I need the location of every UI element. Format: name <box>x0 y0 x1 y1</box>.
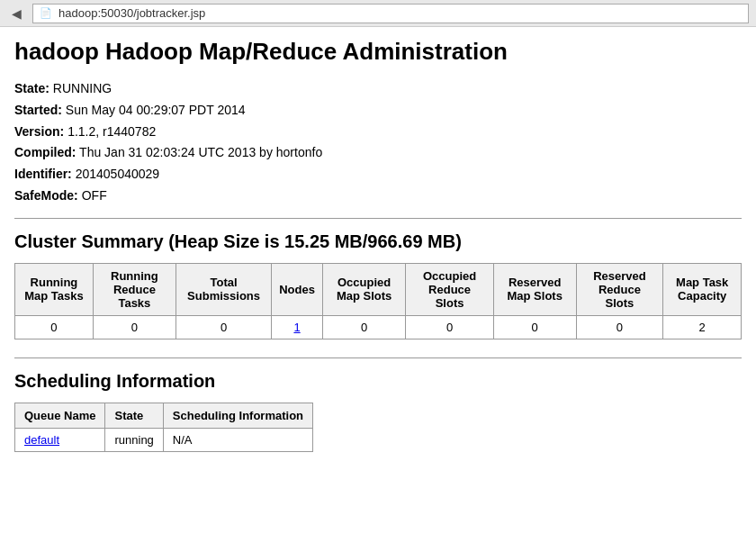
cell-queue-name: default <box>15 428 105 451</box>
version-value: 1.1.2, r1440782 <box>68 124 156 139</box>
col-total-submissions: Total Submissions <box>176 263 271 315</box>
col-scheduling-info: Scheduling Information <box>163 403 312 428</box>
col-state: State <box>105 403 163 428</box>
cell-total-submissions: 0 <box>176 315 271 339</box>
queue-link[interactable]: default <box>24 433 59 447</box>
col-occupied-reduce: Occupied Reduce Slots <box>406 263 494 315</box>
state-value: RUNNING <box>53 81 112 95</box>
compiled-row: Compiled: Thu Jan 31 02:03:24 UTC 2013 b… <box>14 142 742 164</box>
scheduling-table: Queue Name State Scheduling Information … <box>14 403 313 452</box>
version-label: Version: <box>14 124 64 139</box>
meta-info: State: RUNNING Started: Sun May 04 00:29… <box>14 78 742 207</box>
col-map-task-capacity: Map Task Capacity <box>663 263 742 315</box>
started-value: Sun May 04 00:29:07 PDT 2014 <box>66 103 246 117</box>
identifier-value: 201405040029 <box>76 167 159 181</box>
divider-1 <box>14 218 742 219</box>
col-occupied-map: Occupied Map Slots <box>322 263 405 315</box>
safemode-value: OFF <box>82 188 107 203</box>
scheduling-heading: Scheduling Information <box>14 371 742 392</box>
compiled-value: Thu Jan 31 02:03:24 UTC 2013 by hortonfo <box>79 145 322 159</box>
state-label: State: <box>14 81 50 95</box>
divider-2 <box>14 358 742 358</box>
started-row: Started: Sun May 04 00:29:07 PDT 2014 <box>14 100 742 122</box>
page-content: hadoop Hadoop Map/Reduce Administration … <box>0 27 756 463</box>
state-row: State: RUNNING <box>14 78 742 100</box>
cluster-table-header-row: Running Map Tasks Running Reduce Tasks T… <box>15 263 742 315</box>
browser-chrome: ◀ 📄 hadoop:50030/jobtracker.jsp <box>0 0 756 27</box>
back-button[interactable]: ◀ <box>7 5 25 23</box>
url-text: hadoop:50030/jobtracker.jsp <box>58 6 205 20</box>
col-running-reduce: Running Reduce Tasks <box>93 263 176 315</box>
scheduling-section: Scheduling Information Queue Name State … <box>14 371 742 452</box>
safemode-label: SafeMode: <box>14 188 78 203</box>
identifier-label: Identifier: <box>14 167 72 181</box>
cell-running-reduce: 0 <box>93 315 176 339</box>
compiled-label: Compiled: <box>14 145 76 159</box>
cell-running-map: 0 <box>15 315 94 339</box>
version-row: Version: 1.1.2, r1440782 <box>14 122 742 143</box>
scheduling-data-row: default running N/A <box>15 428 313 451</box>
col-reserved-reduce: Reserved Reduce Slots <box>576 263 663 315</box>
page-title: hadoop Hadoop Map/Reduce Administration <box>14 38 742 66</box>
col-reserved-map: Reserved Map Slots <box>493 263 576 315</box>
cell-occupied-reduce: 0 <box>406 315 494 339</box>
page-icon: 📄 <box>39 6 53 21</box>
cell-reserved-reduce: 0 <box>576 315 663 339</box>
cell-occupied-map: 0 <box>322 315 405 339</box>
cluster-data-row: 0 0 0 1 0 0 0 0 2 <box>15 315 742 339</box>
identifier-row: Identifier: 201405040029 <box>14 164 742 186</box>
nodes-link[interactable]: 1 <box>293 321 300 334</box>
col-running-map: Running Map Tasks <box>15 263 94 315</box>
started-label: Started: <box>14 103 62 117</box>
cell-reserved-map: 0 <box>493 315 576 339</box>
safemode-row: SafeMode: OFF <box>14 186 742 207</box>
cell-scheduling-info: N/A <box>163 428 312 451</box>
scheduling-header-row: Queue Name State Scheduling Information <box>15 403 313 428</box>
col-nodes: Nodes <box>272 263 323 315</box>
cell-map-task-capacity: 2 <box>663 315 742 339</box>
address-bar[interactable]: 📄 hadoop:50030/jobtracker.jsp <box>32 4 749 23</box>
cell-nodes: 1 <box>272 315 323 339</box>
col-queue-name: Queue Name <box>15 403 105 428</box>
cluster-summary-heading: Cluster Summary (Heap Size is 15.25 MB/9… <box>14 231 742 252</box>
cell-queue-state: running <box>105 428 163 451</box>
cluster-summary-table: Running Map Tasks Running Reduce Tasks T… <box>14 263 742 339</box>
